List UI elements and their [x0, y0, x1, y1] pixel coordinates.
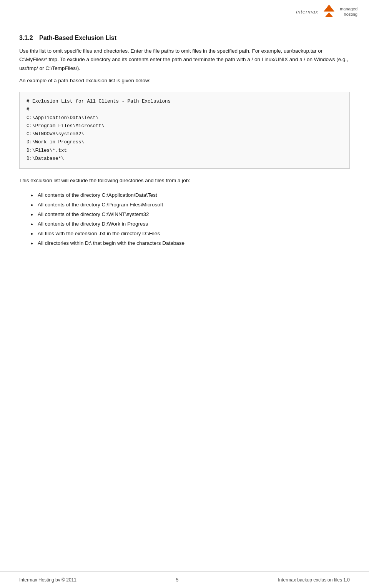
logo-area: intermax managedhosting	[296, 5, 357, 18]
footer-right-text: Intermax backup exclusion files 1.0	[278, 577, 350, 583]
svg-marker-1	[325, 12, 333, 17]
section-title: Path-Based Exclusion List	[39, 35, 116, 41]
svg-marker-0	[324, 5, 334, 12]
page-header: intermax managedhosting	[0, 0, 369, 23]
page-footer: Intermax Hosting bv © 2011 5 Intermax ba…	[0, 571, 369, 588]
code-example-block: # Exclusion List for All Clients - Path …	[19, 92, 350, 169]
paragraph-2: An example of a path-based exclusion lis…	[19, 76, 350, 85]
page-container: intermax managedhosting 3.1.2 Path-Based…	[0, 0, 369, 588]
exclusion-bullet-list: All contents of the directory C:\Applica…	[31, 191, 350, 248]
list-item: All contents of the directory C:\Program…	[31, 201, 350, 209]
list-item: All contents of the directory C:\Applica…	[31, 191, 350, 200]
section-heading: 3.1.2 Path-Based Exclusion List	[19, 35, 350, 42]
main-content: 3.1.2 Path-Based Exclusion List Use this…	[0, 23, 369, 269]
logo-text: intermax	[296, 9, 318, 15]
list-item: All directories within D:\ that begin wi…	[31, 239, 350, 248]
list-item: All files with the extension .txt in the…	[31, 229, 350, 238]
intermax-logo-svg	[324, 5, 334, 18]
footer-left-text: Intermax Hosting bv © 2011	[19, 577, 76, 583]
section-number: 3.1.2	[19, 35, 33, 41]
paragraph-3: This exclusion list will exclude the fol…	[19, 176, 350, 185]
paragraph-1: Use this list to omit specific files and…	[19, 47, 350, 73]
list-item: All contents of the directory D:\Work in…	[31, 220, 350, 229]
footer-page-number: 5	[176, 577, 179, 583]
managed-hosting-text: managedhosting	[340, 6, 357, 17]
logo-icon	[324, 5, 334, 18]
list-item: All contents of the directory C:\WINNT\s…	[31, 210, 350, 219]
